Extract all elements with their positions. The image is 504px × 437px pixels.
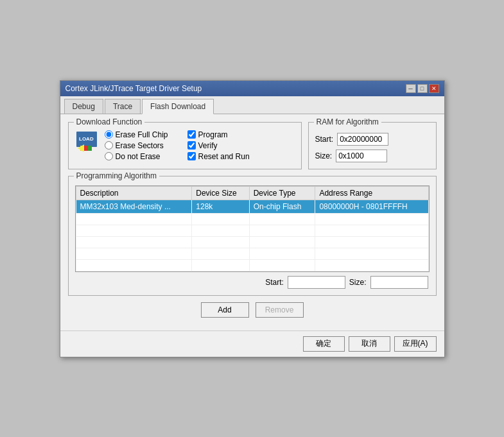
algorithm-table-container: Description Device Size Device Type Addr…	[75, 185, 430, 272]
title-bar-buttons: ─ □ ✕	[406, 84, 439, 93]
checkbox-group: Program Verify Reset and Run	[187, 130, 250, 161]
apply-button[interactable]: 应用(A)	[394, 336, 437, 352]
table-empty-row-3	[76, 236, 428, 248]
algorithm-table: Description Device Size Device Type Addr…	[76, 186, 429, 271]
content-area: Download Function LOAD	[60, 114, 444, 330]
download-function-inner: LOAD Erase Full Chip	[75, 128, 295, 161]
table-empty-row-2	[76, 225, 428, 236]
algo-size-input[interactable]	[370, 276, 428, 289]
minimize-button[interactable]: ─	[406, 84, 416, 93]
table-header-row: Description Device Size Device Type Addr…	[76, 186, 428, 200]
svg-rect-3	[84, 146, 88, 151]
ram-size-label: Size:	[315, 151, 333, 160]
top-sections: Download Function LOAD	[68, 122, 437, 169]
radio-erase-sectors[interactable]: Erase Sectors	[105, 141, 168, 150]
checkbox-reset-and-run[interactable]: Reset and Run	[187, 152, 250, 161]
table-empty-row-1	[76, 213, 428, 225]
buttons-row: Add Remove	[68, 302, 437, 318]
svg-text:LOAD: LOAD	[79, 136, 94, 142]
radio-do-not-erase[interactable]: Do not Erase	[105, 152, 168, 161]
checkbox-program-input[interactable]	[187, 130, 196, 139]
ram-start-input[interactable]	[337, 133, 388, 146]
close-button[interactable]: ✕	[429, 84, 439, 93]
radio-erase-full-chip[interactable]: Erase Full Chip	[105, 130, 168, 139]
remove-button[interactable]: Remove	[256, 302, 304, 318]
load-icon: LOAD	[75, 130, 98, 153]
table-empty-row-4	[76, 248, 428, 259]
cell-device-size: 128k	[192, 200, 249, 213]
programming-algorithm-label: Programming Algorithm	[74, 171, 159, 180]
table-row[interactable]: MM32x103 Med-density ... 128k On-chip Fl…	[76, 200, 428, 213]
ram-start-label: Start:	[315, 135, 334, 144]
radio-do-not-erase-input[interactable]	[105, 152, 113, 160]
checkbox-verify-input[interactable]	[187, 141, 196, 150]
cancel-button[interactable]: 取消	[349, 336, 390, 352]
ok-button[interactable]: 确定	[303, 336, 345, 352]
svg-rect-4	[88, 146, 92, 151]
ram-size-row: Size:	[315, 150, 430, 162]
download-function-label: Download Function	[74, 117, 145, 126]
tab-debug[interactable]: Debug	[64, 99, 103, 114]
radio-do-not-erase-label: Do not Erase	[116, 152, 161, 161]
radio-group: Erase Full Chip Erase Sectors Do not Era…	[105, 130, 168, 161]
start-size-row: Start: Size:	[75, 276, 430, 289]
algo-start-label: Start:	[265, 278, 284, 287]
radio-erase-full-chip-input[interactable]	[105, 130, 113, 139]
tab-flash-download[interactable]: Flash Download	[142, 99, 214, 114]
cell-description: MM32x103 Med-density ...	[76, 200, 192, 213]
checkbox-verify[interactable]: Verify	[187, 141, 250, 150]
checkbox-reset-and-run-input[interactable]	[187, 152, 196, 160]
algo-size-label: Size:	[349, 278, 367, 287]
table-empty-row-5	[76, 259, 428, 271]
window-title: Cortex JLink/JTrace Target Driver Setup	[65, 84, 202, 93]
checkbox-program-label: Program	[198, 130, 228, 139]
title-bar: Cortex JLink/JTrace Target Driver Setup …	[60, 81, 444, 96]
col-device-size: Device Size	[192, 186, 249, 200]
col-description: Description	[76, 186, 192, 200]
ram-algorithm-label: RAM for Algorithm	[314, 117, 381, 126]
main-window: Cortex JLink/JTrace Target Driver Setup …	[60, 80, 445, 357]
maximize-button[interactable]: □	[417, 84, 428, 93]
checkbox-program[interactable]: Program	[187, 130, 250, 139]
algo-start-input[interactable]	[288, 276, 345, 289]
ram-algorithm-group: RAM for Algorithm Start: Size:	[308, 122, 437, 169]
radio-erase-sectors-input[interactable]	[105, 141, 113, 150]
radio-erase-full-chip-label: Erase Full Chip	[116, 130, 168, 139]
checkbox-verify-label: Verify	[198, 141, 218, 150]
cell-address-range: 08000000H - 0801FFFFH	[315, 200, 428, 213]
ram-size-input[interactable]	[336, 150, 387, 162]
tab-trace[interactable]: Trace	[105, 99, 141, 114]
col-device-type: Device Type	[249, 186, 315, 200]
download-function-group: Download Function LOAD	[68, 122, 302, 169]
radio-erase-sectors-label: Erase Sectors	[116, 141, 164, 150]
ram-start-row: Start:	[315, 133, 430, 146]
tab-bar: Debug Trace Flash Download	[60, 96, 444, 114]
col-address-range: Address Range	[315, 186, 428, 200]
cell-device-type: On-chip Flash	[249, 200, 315, 213]
programming-algorithm-group: Programming Algorithm Description Device…	[68, 176, 437, 296]
add-button[interactable]: Add	[201, 302, 249, 318]
footer: 确定 取消 应用(A)	[60, 330, 444, 357]
checkbox-reset-and-run-label: Reset and Run	[198, 152, 250, 161]
